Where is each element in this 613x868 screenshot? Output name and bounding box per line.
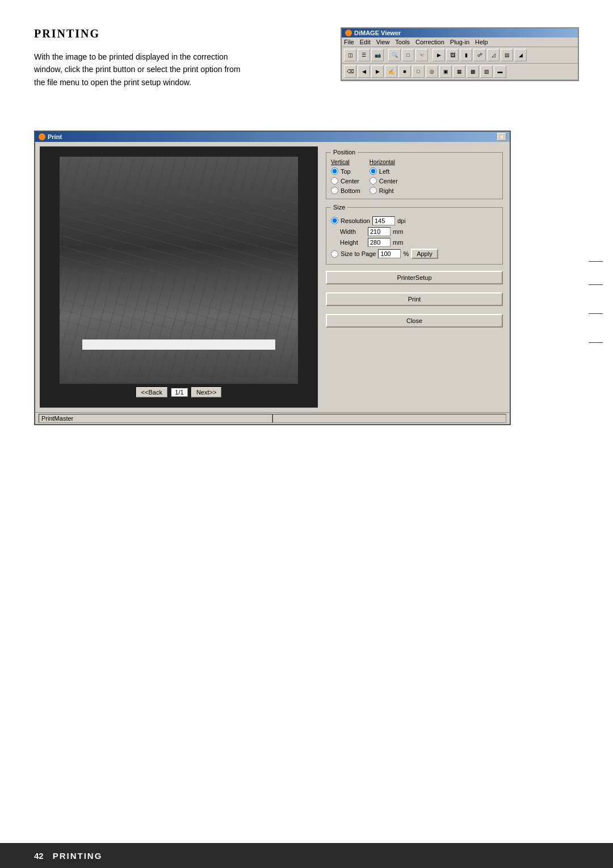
toolbar-btn-3[interactable]: 📷 (371, 49, 384, 61)
toolbar-btn-27[interactable]: ◎ (426, 65, 438, 78)
toolbar-btn-7[interactable]: ▶ (433, 49, 445, 61)
dimage-viewer-window: DiMAGE Viewer File Edit View Tools Corre… (341, 27, 579, 81)
menu-correction[interactable]: Correction (415, 39, 444, 45)
height-input[interactable] (368, 238, 391, 247)
printer-setup-button[interactable]: PrinterSetup (326, 271, 503, 284)
resolution-input[interactable] (372, 216, 395, 225)
horizontal-right[interactable]: Right (370, 187, 398, 194)
width-unit: mm (393, 228, 403, 235)
status-right (272, 414, 506, 423)
menu-tools[interactable]: Tools (395, 39, 410, 45)
horizontal-left[interactable]: Left (370, 167, 398, 175)
horizontal-col: Horizontal Left Center Right (370, 159, 398, 195)
vertical-top[interactable]: Top (331, 167, 360, 175)
back-button[interactable]: <<Back (136, 387, 167, 397)
radio-vcenter[interactable] (331, 177, 338, 184)
print-statusbar: PrintMaster (35, 412, 510, 424)
menu-view[interactable]: View (376, 39, 390, 45)
vertical-center[interactable]: Center (331, 177, 360, 184)
toolbar-btn-31[interactable]: ▨ (480, 65, 493, 78)
toolbar-btn-2[interactable]: ☰ (358, 49, 370, 61)
width-label: Width (340, 228, 366, 235)
radio-left[interactable] (370, 167, 377, 175)
print-icon (39, 133, 45, 140)
toolbar-btn-8[interactable]: 🖼 (446, 49, 459, 61)
dimage-icon (345, 30, 352, 36)
ann-line-3 (589, 313, 603, 314)
size-to-page-row: Size to Page % Apply (331, 249, 498, 259)
toolbar-btn-25[interactable]: ■ (398, 65, 411, 78)
width-row: Width mm (331, 227, 498, 236)
description-text: With the image to be printed displayed i… (34, 51, 250, 89)
radio-hcenter[interactable] (370, 177, 377, 184)
percentage-input[interactable] (378, 249, 401, 258)
horizontal-center[interactable]: Center (370, 177, 398, 184)
apply-button[interactable]: Apply (411, 249, 438, 259)
print-dialog: Print × <<Back 1/1 Next>> Position (34, 131, 511, 425)
page-footer: 42 Printing (0, 843, 613, 868)
size-to-page-text: Size to Page (341, 250, 376, 257)
toolbar-btn-22[interactable]: ◀ (358, 65, 370, 78)
ann-line-1 (589, 261, 603, 262)
resolution-label: Resolution (341, 217, 370, 224)
radio-resolution[interactable] (331, 217, 338, 224)
toolbar-btn-6[interactable]: ☜ (415, 49, 428, 61)
toolbar-btn-13[interactable]: ◢ (514, 49, 527, 61)
vertical-label: Vertical (331, 159, 360, 165)
toolbar-btn-21[interactable]: ⌫ (344, 65, 356, 78)
toolbar-btn-24[interactable]: ✍ (385, 65, 397, 78)
toolbar-btn-23[interactable]: ▶ (371, 65, 384, 78)
height-unit: mm (393, 239, 403, 246)
toolbar-btn-32[interactable]: ▬ (494, 65, 506, 78)
print-preview-panel: <<Back 1/1 Next>> (40, 146, 318, 408)
print-dialog-title: Print (48, 133, 62, 140)
building-graphic (60, 157, 298, 384)
print-titlebar: Print × (35, 132, 510, 142)
dimage-title: DiMAGE Viewer (354, 30, 401, 36)
toolbar-btn-12[interactable]: ▤ (501, 49, 513, 61)
toolbar-btn-4[interactable]: 🔍 (388, 49, 401, 61)
radio-bottom[interactable] (331, 187, 338, 194)
close-button[interactable]: × (497, 133, 506, 141)
percentage-unit: % (403, 250, 409, 257)
radio-right[interactable] (370, 187, 377, 194)
menu-edit[interactable]: Edit (360, 39, 371, 45)
toolbar-btn-28[interactable]: ▣ (439, 65, 452, 78)
toolbar-btn-29[interactable]: ▦ (453, 65, 465, 78)
toolbar-btn-1[interactable]: ◫ (344, 49, 356, 61)
ann-line-4 (589, 342, 603, 343)
ann-line-2 (589, 284, 603, 285)
dimage-menubar: File Edit View Tools Correction Plug-in … (342, 37, 578, 47)
toolbar-btn-10[interactable]: ☍ (473, 49, 486, 61)
next-button[interactable]: Next>> (191, 387, 221, 397)
toolbar-btn-26[interactable]: □ (412, 65, 425, 78)
toolbar-btn-11[interactable]: ◿ (487, 49, 499, 61)
menu-help[interactable]: Help (475, 39, 488, 45)
radio-top[interactable] (331, 167, 338, 175)
position-legend: Position (331, 149, 358, 156)
height-row: Height mm (331, 238, 498, 247)
preview-controls: <<Back 1/1 Next>> (136, 387, 222, 397)
toolbar-btn-9[interactable]: ▮ (460, 49, 472, 61)
toolbar-btn-5[interactable]: □ (402, 49, 414, 61)
status-left: PrintMaster (39, 414, 272, 423)
close-dialog-button[interactable]: Close (326, 314, 503, 328)
image-strip (82, 339, 275, 350)
menu-file[interactable]: File (344, 39, 354, 45)
print-button[interactable]: Print (326, 292, 503, 306)
resolution-unit: dpi (397, 217, 406, 224)
toolbar-btn-30[interactable]: ▩ (467, 65, 479, 78)
size-legend: Size (331, 204, 347, 211)
toolbar-row2: ⌫ ◀ ▶ ✍ ■ □ ◎ ▣ ▦ ▩ ▨ ▬ (342, 64, 578, 80)
radio-size-to-page[interactable] (331, 250, 338, 258)
width-input[interactable] (368, 227, 391, 236)
size-to-page-label[interactable]: Size to Page (331, 250, 376, 258)
print-body: <<Back 1/1 Next>> Position Vertical Top (35, 142, 510, 412)
vertical-bottom[interactable]: Bottom (331, 187, 360, 194)
toolbar-row1: ◫ ☰ 📷 🔍 □ ☜ ▶ 🖼 ▮ ☍ ◿ ▤ ◢ (342, 47, 578, 64)
resolution-radio-label[interactable]: Resolution (331, 217, 370, 224)
footer-page-number: 42 (34, 851, 44, 861)
menu-plugin[interactable]: Plug-in (450, 39, 469, 45)
dimage-titlebar: DiMAGE Viewer (342, 28, 578, 37)
annotations (589, 261, 603, 371)
